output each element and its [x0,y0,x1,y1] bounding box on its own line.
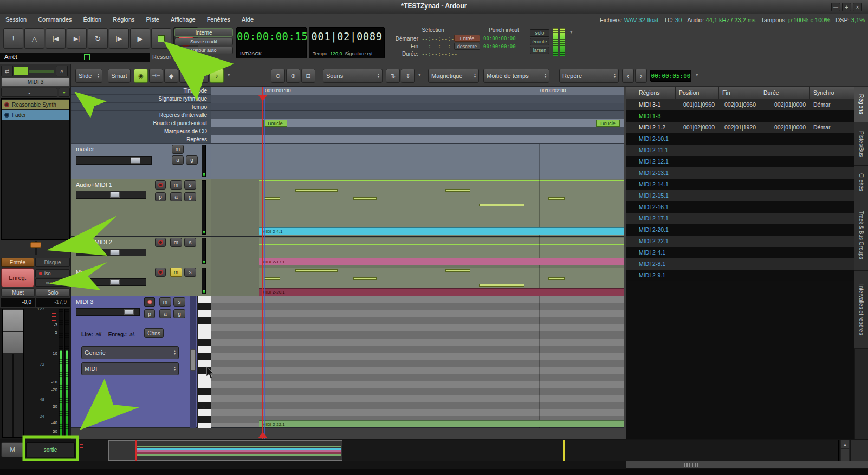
region-row[interactable]: MIDI 2-15.1 [626,190,854,201]
monitor-input-button[interactable]: Entrée [1,258,34,267]
ruler-label-loop-punch[interactable]: Boucle et punch-in/out [71,119,211,127]
master-automation-button[interactable]: a [172,155,184,165]
group-button-t1[interactable]: g [184,192,196,201]
close-icon[interactable]: × [853,3,862,11]
strip-input-combo[interactable]: - [1,88,57,97]
lane-master[interactable] [211,144,624,179]
strip-close-icon[interactable]: × [56,66,68,76]
meter-ruler[interactable] [211,95,624,103]
mixer-toggle-icon[interactable]: ⇄ [1,66,13,76]
play-channels-value[interactable]: all [96,331,101,337]
draw-tool-icon[interactable]: ╱ [195,69,209,83]
gain-display[interactable]: -0,0 [1,298,35,307]
audition-monitor-button[interactable]: écoute [530,38,549,45]
solo-button[interactable]: Solo [36,288,70,297]
midi-panic-button[interactable]: ! [3,28,23,49]
playlist-button-t4[interactable]: p [144,309,155,318]
edit-point-combo[interactable]: Repère▴▾ [559,69,619,83]
track-name-midi2[interactable]: Mi [76,269,82,275]
shuttle-indicator[interactable] [84,54,90,60]
midi-note[interactable] [295,189,338,192]
ruler-label-cd-markers[interactable]: Marqueurs de CD [71,127,211,135]
peak-display[interactable]: -17,9 [36,298,70,307]
cd-marker-ruler[interactable] [211,127,624,135]
automation-button-t1[interactable]: a [170,192,182,201]
region-row[interactable]: MIDI 2-14.1 [626,179,854,190]
menu-edition[interactable]: Édition [82,16,103,23]
region-row[interactable]: MIDI 1-3 [626,110,854,122]
loop-end-marker[interactable]: Boucle [596,120,620,127]
edit-mode-combo[interactable]: Slide▴▾ [75,69,102,83]
menu-affichage[interactable]: Affichage [170,16,197,23]
processor-led-icon[interactable] [4,102,9,107]
master-mute-button[interactable]: m [172,145,184,154]
monitor-disk-button[interactable]: Disque [35,258,70,267]
track-name-audiomidi2[interactable]: Audio+MIDI 2 [76,239,112,245]
mono-button[interactable]: M [1,442,24,457]
location-marker-ruler[interactable] [211,135,624,144]
grab-tool-icon[interactable]: ◉ [134,69,148,83]
strip-name-button[interactable]: MIDI 3 [1,77,70,87]
tempo-value[interactable]: 120,0 [330,51,342,56]
ruler-label-markers[interactable]: Repères [71,135,211,144]
region-midi-2-4-1[interactable]: MIDI 2-4.1 [259,227,624,235]
selection-length-value[interactable]: --:--:--:-- [422,51,457,57]
track-name-audiomidi1[interactable]: Audio+MIDI 1 [76,181,112,188]
hscroll-grip[interactable] [684,463,698,467]
menu-session[interactable]: Session [4,16,28,23]
region-row[interactable]: MIDI 2-9.1 [626,270,854,281]
fader-t4[interactable] [76,308,140,316]
zoom-caret-icon[interactable]: ▾ [418,72,421,77]
range-tool-icon[interactable]: ⊣⊢ [149,69,163,83]
region-row[interactable]: MIDI 2-11.1 [626,145,854,156]
sync-source-button[interactable]: Interne [174,28,233,37]
midi-scroomer-handle[interactable] [190,349,196,371]
master-fader[interactable] [76,156,152,165]
col-header-synchro[interactable]: Synchro [810,87,854,99]
rec-enable-button-armed[interactable] [144,297,155,307]
menu-commandes[interactable]: Commandes [37,16,73,23]
trim-handle[interactable] [30,242,41,248]
regionlist-hscroll[interactable] [626,461,868,469]
col-header-duree[interactable]: Durée [760,87,810,99]
tab-pistes-bus[interactable]: Pistes/Bus [854,122,868,166]
midi-note[interactable] [548,197,565,200]
midi-note[interactable] [264,277,280,280]
region-row[interactable]: MIDI 2-12.1 [626,156,854,167]
tools-caret-icon[interactable]: ▾ [228,72,230,77]
region-midi-2-20-1[interactable]: MIDI 2-20.1 [259,288,624,296]
automation-button-t4[interactable]: a [159,309,171,318]
shuttle-mode-label[interactable]: Ressor [152,54,171,60]
secondary-clock[interactable]: 001|02|0089 Tempo 120,0 Signature ryt [309,27,385,58]
solo-lock-button[interactable]: verrou [35,278,70,287]
punch-in-time[interactable]: 00:00:00:00 [483,36,516,41]
maximize-icon[interactable]: + [842,3,851,11]
region-row[interactable]: MIDI 2-22.1 [626,236,854,247]
mute-button-t4[interactable]: m [159,297,171,307]
processor-led-icon[interactable] [4,113,9,118]
playlist-button-t1[interactable]: p [155,192,166,201]
loop-start-marker[interactable]: Boucle [263,120,287,127]
zoom-out-icon[interactable]: ⊖ [271,69,285,83]
playhead-line[interactable] [262,87,263,439]
ruler-label-timecode[interactable]: Timecode [71,87,211,95]
region-row[interactable]: MIDI 2-17.1 [626,213,854,224]
minimized-region-line[interactable] [259,244,624,245]
region-midi-2-17-1[interactable]: MIDI 2-17.1 [259,258,624,265]
menu-aide[interactable]: Aide [241,16,255,23]
nudge-caret-icon[interactable]: ▾ [696,72,698,77]
range-ruler[interactable] [211,111,624,119]
feedback-monitor-button[interactable]: larsen [530,47,549,54]
rec-enable-button[interactable] [155,268,166,277]
fader-t2[interactable] [76,249,146,256]
fader-handle-t1[interactable] [110,192,120,198]
fader-handle-t4[interactable] [124,309,134,315]
playhead-bottom-marker[interactable] [258,432,267,438]
rec-channels-value[interactable]: al. [129,331,135,337]
tab-track-bus-groups[interactable]: Track & Bus Groups [854,199,868,271]
nudge-clock[interactable]: 00:00:05:00 [650,70,691,82]
smart-mode-button[interactable]: Smart [108,69,131,83]
solo-button-t1[interactable]: s [184,180,196,190]
meter-options-caret-icon[interactable]: ▾ [570,29,573,35]
rec-enable-button[interactable] [155,180,166,190]
